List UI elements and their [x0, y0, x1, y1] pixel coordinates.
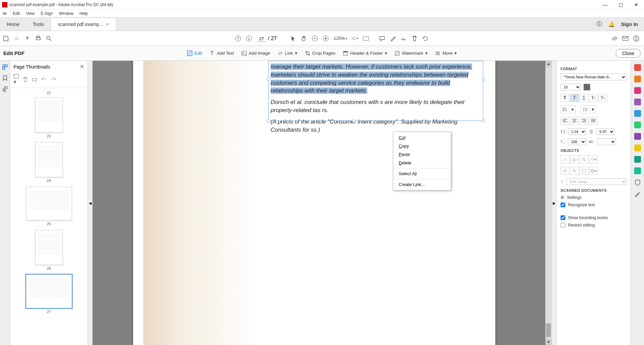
- zoom-in-icon[interactable]: [323, 35, 329, 42]
- crop-pages-tool[interactable]: Crop Pages: [305, 51, 336, 56]
- protect-rail-icon[interactable]: [634, 156, 641, 163]
- show-bounding-boxes-checkbox[interactable]: [561, 215, 565, 220]
- fit-page-icon[interactable]: [363, 35, 369, 42]
- rotate-icon[interactable]: [422, 35, 428, 42]
- align-justify-button[interactable]: [589, 117, 598, 125]
- notifications-icon[interactable]: 🔔: [608, 21, 615, 27]
- selection-box[interactable]: [268, 61, 483, 121]
- shield-rail-icon[interactable]: [634, 179, 641, 186]
- select-tool-icon[interactable]: [290, 35, 296, 42]
- thumbnail-item[interactable]: 26: [10, 230, 88, 270]
- thumbnail-item[interactable]: 23: [10, 98, 88, 138]
- thumb-redo-icon[interactable]: [51, 77, 56, 82]
- thumb-delete-icon[interactable]: [23, 77, 28, 82]
- collapse-left-handle[interactable]: ◂: [88, 61, 93, 345]
- thumbnail-item[interactable]: 25: [10, 187, 88, 226]
- bullet-dropdown[interactable]: ▾: [570, 105, 575, 113]
- header-footer-tool[interactable]: Header & Footer▾: [343, 51, 387, 56]
- add-text-tool[interactable]: Add Text: [209, 51, 234, 56]
- email-icon[interactable]: [622, 35, 628, 42]
- thumb-options-icon[interactable]: ▾: [14, 74, 19, 85]
- edit-using-select[interactable]: Edit Using...: [567, 178, 626, 185]
- page-number-field[interactable]: / 27: [257, 35, 277, 42]
- ctx-select-all[interactable]: Select All: [393, 169, 451, 178]
- close-edit-button[interactable]: Close: [616, 49, 641, 58]
- menu-esign[interactable]: E-Sign: [41, 11, 53, 16]
- menu-window[interactable]: Window: [59, 11, 74, 16]
- create-pdf-icon[interactable]: [634, 64, 641, 71]
- zoom-out-icon[interactable]: [312, 35, 318, 42]
- selection-handle[interactable]: [482, 78, 485, 81]
- selection-handle[interactable]: [352, 119, 355, 123]
- menu-file[interactable]: ile: [3, 11, 7, 16]
- fill-sign-rail-icon[interactable]: [634, 133, 641, 140]
- scroll-thumb[interactable]: [546, 323, 551, 337]
- zoom-level[interactable]: 125%▾: [333, 36, 347, 41]
- delete-icon[interactable]: [412, 35, 418, 42]
- bookmark-rail-icon[interactable]: [2, 75, 8, 81]
- tab-home[interactable]: Home: [0, 18, 26, 31]
- thumb-undo-icon[interactable]: [41, 77, 47, 82]
- line-spacing-select[interactable]: 1.24: [568, 128, 586, 135]
- pdf-page[interactable]: manage their target markets. However, if…: [133, 61, 495, 345]
- link-attach-icon[interactable]: [612, 35, 618, 42]
- italic-button[interactable]: T: [570, 94, 579, 102]
- para-spacing-select[interactable]: 5.97: [596, 128, 615, 135]
- maximize-button[interactable]: ▢: [613, 0, 628, 9]
- tab-close-icon[interactable]: ✕: [106, 22, 109, 27]
- recognize-text-checkbox[interactable]: [561, 203, 565, 207]
- tab-document[interactable]: scanned pdf examp... ✕: [51, 18, 116, 31]
- scan-rail-icon[interactable]: [634, 144, 641, 151]
- scroll-down-arrow[interactable]: ▾: [545, 339, 551, 345]
- align-left-button[interactable]: [561, 117, 569, 125]
- print-icon[interactable]: [35, 35, 41, 42]
- fit-width-icon[interactable]: ▾: [352, 35, 358, 42]
- align-obj-button[interactable]: ▾: [589, 155, 598, 163]
- hand-tool-icon[interactable]: [301, 35, 307, 42]
- settings-row[interactable]: ⚙ Settings: [561, 195, 626, 200]
- thumbnails-close-icon[interactable]: ✕: [80, 63, 84, 70]
- bullet-list-button[interactable]: [561, 105, 569, 113]
- scroll-up-arrow[interactable]: ▴: [545, 61, 551, 67]
- menu-view[interactable]: View: [26, 11, 35, 16]
- profile-icon[interactable]: [633, 35, 639, 42]
- font-select[interactable]: *Times New Roman-Italic-8...: [561, 74, 626, 80]
- ctx-paste[interactable]: Paste: [393, 150, 451, 159]
- restrict-editing-checkbox[interactable]: [561, 223, 565, 228]
- search-icon[interactable]: [46, 35, 52, 42]
- numbered-dropdown[interactable]: ▾: [590, 105, 596, 113]
- numbered-list-button[interactable]: 123: [581, 105, 590, 113]
- hscale-select[interactable]: 100: [568, 138, 586, 145]
- flip-h-button[interactable]: ▷: [561, 155, 569, 163]
- selection-handle[interactable]: [267, 78, 270, 81]
- crop-obj-button[interactable]: [579, 155, 588, 163]
- font-size-select[interactable]: 10: [561, 84, 581, 90]
- save-icon[interactable]: [3, 35, 9, 42]
- subscript-button[interactable]: T1: [598, 94, 607, 102]
- star-icon[interactable]: ☆: [14, 35, 20, 42]
- more-tools-rail-icon[interactable]: [634, 167, 641, 174]
- combine-files-icon[interactable]: [634, 76, 641, 82]
- flip-v-button[interactable]: ◁▷: [570, 155, 579, 163]
- more-tool[interactable]: More▾: [435, 51, 457, 56]
- attachment-rail-icon[interactable]: [2, 86, 8, 92]
- ctx-create-link[interactable]: Create Link...: [393, 180, 451, 189]
- thumb-print-icon[interactable]: [32, 77, 37, 82]
- arrange-button[interactable]: ▾: [589, 167, 598, 175]
- underline-button[interactable]: T: [579, 94, 588, 102]
- watermark-tool[interactable]: Watermark▾: [395, 51, 428, 56]
- thumbnail-item-selected[interactable]: 27: [10, 274, 88, 314]
- help-icon[interactable]: ⓘ: [597, 21, 602, 28]
- superscript-button[interactable]: T1: [589, 94, 598, 102]
- vertical-scrollbar[interactable]: ▴ ▾: [545, 61, 551, 345]
- ctx-cut[interactable]: Cut: [393, 133, 451, 142]
- thumbnail-item[interactable]: 24: [10, 142, 88, 183]
- menu-help[interactable]: Help: [79, 11, 88, 16]
- rotate-ccw-button[interactable]: ↺: [561, 167, 569, 175]
- thumbnails-list[interactable]: 22 23 24 25 26 27: [10, 88, 88, 345]
- thumbnails-rail-icon[interactable]: [2, 64, 8, 70]
- replace-button[interactable]: [579, 167, 588, 175]
- bold-button[interactable]: T: [561, 94, 569, 102]
- expand-right-handle[interactable]: ▸: [551, 61, 556, 345]
- sign-icon[interactable]: [401, 35, 407, 42]
